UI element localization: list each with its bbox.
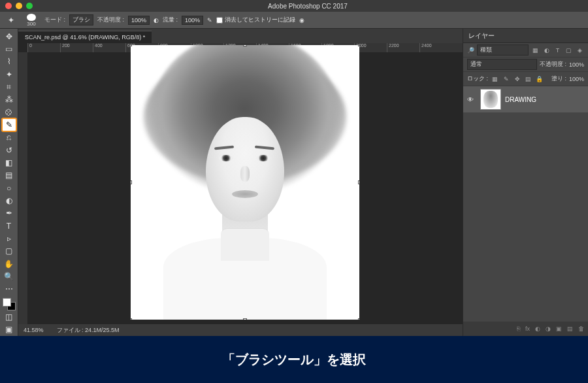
titlebar: Adobe Photoshop CC 2017 [0,0,588,12]
blend-row: 通常 不透明度 : 100% [463,58,588,72]
healing-tool[interactable]: ⛒ [2,106,16,118]
canvas-wrap: 0200400600800100012001400160018002000220… [18,43,463,324]
adjustment-icon[interactable]: ◑ [546,325,551,332]
move-tool[interactable]: ✥ [2,30,16,42]
search-icon[interactable]: 🔎 [467,47,474,54]
quick-select-tool[interactable]: ✦ [2,68,16,80]
delete-icon[interactable]: 🗑 [578,325,584,332]
link-icon[interactable]: ⎘ [517,325,520,332]
fg-color[interactable] [3,298,11,307]
layer-list[interactable]: 👁 DRAWING [463,86,588,322]
screenmode-tool[interactable]: ▣ [2,324,16,336]
options-bar: ✦ 300 モード : ブラシ 不透明度 : 100% ◐ 流量 : 100% … [0,12,588,29]
eyedropper-tool[interactable]: ⁂ [2,93,16,106]
airbrush-icon[interactable]: ✎ [207,17,212,24]
layer-filter-row: 🔎 種類 ▦ ◐ T ▢ ◈ [463,43,588,58]
fill-value[interactable]: 100% [569,76,584,82]
layers-footer: ⎘ fx ◐ ◑ ▣ ▤ 🗑 [463,322,588,336]
layer-item[interactable]: 👁 DRAWING [463,86,588,112]
fill-label: 塗り : [551,75,566,83]
hand-tool[interactable]: ✋ [2,258,16,270]
filter-shape-icon[interactable]: ▢ [564,46,573,54]
new-layer-icon[interactable]: ▤ [567,325,573,332]
dodge-tool[interactable]: ◐ [2,194,16,207]
maximize-window[interactable] [26,3,33,9]
history-check[interactable] [216,17,223,24]
caption: 「ブラシツール」を選択 [0,336,588,383]
opacity-label: 不透明度 : [97,16,124,24]
brush-preview[interactable]: 300 [22,14,41,27]
eraser-tool[interactable]: ◧ [2,156,16,169]
canvas[interactable] [27,52,463,312]
blend-mode-select[interactable]: 通常 [467,59,537,70]
app-title: Adobe Photoshop CC 2017 [33,3,583,10]
history-label: 消去してヒストリーに記録 [225,16,295,24]
lock-position-icon[interactable]: ✥ [513,75,521,83]
mode-label: モード : [44,16,65,24]
mode-select[interactable]: ブラシ [69,14,93,25]
filter-pixel-icon[interactable]: ▦ [531,46,540,54]
stamp-tool[interactable]: ⎌ [2,131,16,144]
shape-tool[interactable]: ▢ [2,245,16,258]
filter-smart-icon[interactable]: ◈ [576,46,584,54]
pen-tool[interactable]: ✒ [2,207,16,220]
lock-label: ロック : [467,75,488,83]
blur-tool[interactable]: ○ [2,182,16,194]
document-tab[interactable]: SCAN_re.psd @ 41.6% (DRAWING, RGB/8) * [18,31,152,43]
zoom-level[interactable]: 41.58% [24,327,44,333]
document-area: SCAN_re.psd @ 41.6% (DRAWING, RGB/8) * 0… [18,29,463,336]
visibility-icon[interactable]: 👁 [467,96,476,103]
brush-circle-icon [27,14,36,21]
lock-artboard-icon[interactable]: ▤ [524,75,532,83]
lock-all-icon[interactable]: 🔒 [535,75,544,83]
tool-preset-icon[interactable]: ✦ [4,14,18,27]
layer-thumbnail[interactable] [480,89,501,110]
edit-toolbar[interactable]: ⋯ [2,283,16,295]
layers-panel-tab[interactable]: レイヤー [463,29,588,43]
layer-name[interactable]: DRAWING [505,96,536,103]
lock-image-icon[interactable]: ✎ [502,75,510,83]
minimize-window[interactable] [16,3,22,9]
fx-icon[interactable]: fx [525,325,530,332]
brush-size: 300 [27,21,35,27]
group-icon[interactable]: ▣ [556,325,562,332]
marquee-tool[interactable]: ▭ [2,42,16,55]
flow-label: 流量 : [163,16,178,24]
filter-select[interactable]: 種類 [477,44,529,56]
quickmask-tool[interactable]: ◫ [2,310,16,323]
layer-opacity-value[interactable]: 100% [569,61,584,68]
lock-transparent-icon[interactable]: ▦ [491,75,499,83]
flow-input[interactable]: 100% [182,16,203,25]
ruler-vertical[interactable] [18,52,27,324]
document-tabs: SCAN_re.psd @ 41.6% (DRAWING, RGB/8) * [18,29,463,43]
history-checkbox[interactable]: 消去してヒストリーに記録 [216,16,295,24]
layer-opacity-label: 不透明度 : [540,60,566,69]
file-info[interactable]: ファイル : 24.1M/25.5M [57,326,120,335]
lock-row: ロック : ▦ ✎ ✥ ▤ 🔒 塗り : 100% [463,72,588,86]
drawing-image [131,45,359,320]
mask-icon[interactable]: ◐ [535,325,540,332]
pressure-size-icon[interactable]: ◉ [299,17,304,24]
lasso-tool[interactable]: ⌇ [2,56,16,68]
gradient-tool[interactable]: ▤ [2,169,16,182]
status-bar: 41.58% ファイル : 24.1M/25.5M [18,324,463,336]
path-select-tool[interactable]: ▹ [2,232,16,244]
color-swatches[interactable] [3,298,16,310]
history-brush-tool[interactable]: ↺ [2,144,16,156]
main-area: ✥ ▭ ⌇ ✦ ⌗ ⁂ ⛒ ✎ ⎌ ↺ ◧ ▤ ○ ◐ ✒ T ▹ ▢ ✋ 🔍 … [0,29,588,336]
type-tool[interactable]: T [2,220,16,232]
crop-tool[interactable]: ⌗ [2,80,16,93]
artboard[interactable] [131,45,359,320]
app-window: Adobe Photoshop CC 2017 ✦ 300 モード : ブラシ … [0,0,588,336]
toolbar: ✥ ▭ ⌇ ✦ ⌗ ⁂ ⛒ ✎ ⎌ ↺ ◧ ▤ ○ ◐ ✒ T ▹ ▢ ✋ 🔍 … [0,29,18,336]
brush-tool[interactable]: ✎ [2,118,16,131]
filter-type-icon[interactable]: T [553,46,562,54]
filter-adjust-icon[interactable]: ◐ [542,46,551,54]
pressure-opacity-icon[interactable]: ◐ [154,17,159,24]
panels: レイヤー 🔎 種類 ▦ ◐ T ▢ ◈ 通常 不透明度 : 100% ロック :… [463,29,588,336]
opacity-input[interactable]: 100% [128,16,150,25]
close-window[interactable] [5,3,12,9]
zoom-tool[interactable]: 🔍 [2,270,16,282]
window-controls [5,3,33,9]
